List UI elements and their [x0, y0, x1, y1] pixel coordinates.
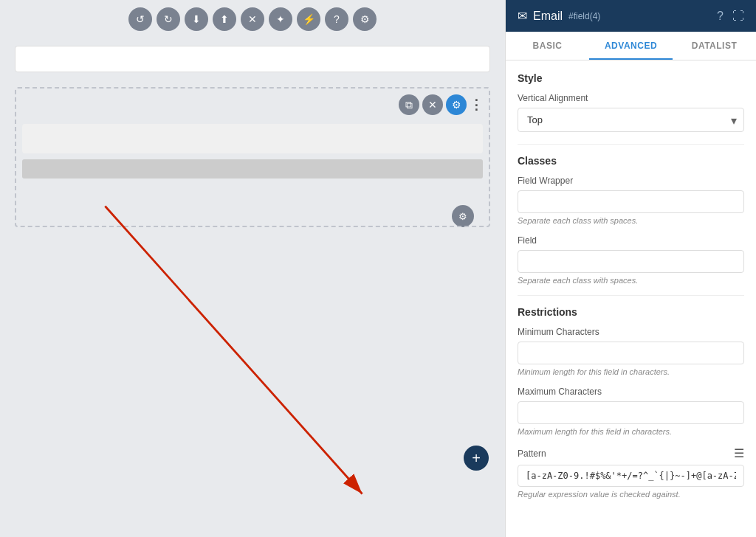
toolbar: ↺ ↻ ⬇ ⬆ ✕ ✦ ⚡ ? ⚙	[0, 0, 505, 38]
redo-button[interactable]: ↻	[157, 7, 180, 31]
remove-field-button[interactable]: ✕	[422, 94, 443, 115]
field-config-button[interactable]: ⚙	[446, 94, 467, 115]
download-button[interactable]: ⬇	[185, 7, 208, 31]
email-input-preview	[22, 124, 483, 153]
min-chars-input[interactable]	[518, 342, 744, 364]
properties-panel: ✉ Email #field(4) ? ⛶ BASIC ADVANCED DAT…	[505, 0, 756, 537]
tab-datalist[interactable]: DATALIST	[673, 32, 756, 60]
field-class-input[interactable]	[518, 250, 744, 273]
svg-line-1	[105, 207, 362, 494]
email-icon: ✉	[518, 9, 527, 23]
canvas-area: ⚙ ⧉ ✕ ⚙ ⋮ +	[0, 38, 505, 537]
vertical-alignment-select[interactable]: Top Middle Bottom	[518, 108, 744, 132]
section-divider-2	[518, 295, 744, 296]
panel-tabs: BASIC ADVANCED DATALIST	[506, 32, 756, 60]
lightning-button[interactable]: ⚡	[297, 7, 320, 31]
panel-header-left: ✉ Email #field(4)	[518, 9, 600, 23]
panel-help-icon[interactable]: ?	[717, 10, 724, 23]
top-form-field	[15, 46, 490, 72]
field-class-hint: Separate each class with spaces.	[518, 276, 744, 285]
tab-advanced[interactable]: ADVANCED	[589, 32, 673, 60]
min-chars-hint: Minimum length for this field in charact…	[518, 367, 744, 376]
copy-field-button[interactable]: ⧉	[399, 94, 419, 115]
field-badge: #field(4)	[568, 11, 600, 21]
panel-expand-icon[interactable]: ⛶	[732, 10, 744, 23]
upload-button[interactable]: ⬆	[213, 7, 236, 31]
pattern-menu-icon[interactable]: ☰	[734, 446, 744, 460]
canvas-panel: ↺ ↻ ⬇ ⬆ ✕ ✦ ⚡ ? ⚙ ⚙ ⧉ ✕ ⚙ ⋮ +	[0, 0, 505, 537]
max-chars-hint: Maximum length for this field in charact…	[518, 427, 744, 436]
vertical-alignment-wrapper: Top Middle Bottom ▾	[518, 108, 744, 132]
style-section-title: Style	[518, 72, 744, 84]
more-options-button[interactable]: ⋮	[470, 97, 483, 113]
add-element-button[interactable]: +	[464, 446, 489, 471]
max-chars-input[interactable]	[518, 401, 744, 424]
component-button[interactable]: ✦	[269, 7, 292, 31]
field-wrapper-label: Field Wrapper	[518, 176, 744, 186]
restrictions-section-title: Restrictions	[518, 306, 744, 318]
classes-section-title: Classes	[518, 155, 744, 167]
pattern-row: Pattern ☰	[518, 446, 744, 460]
undo-button[interactable]: ↺	[128, 7, 152, 31]
min-chars-label: Minimum Characters	[518, 327, 744, 337]
pattern-label: Pattern	[518, 448, 546, 459]
settings-button[interactable]: ✕	[241, 7, 264, 31]
panel-header: ✉ Email #field(4) ? ⛶	[506, 0, 756, 32]
pattern-hint: Regular expression value is checked agai…	[518, 490, 744, 499]
panel-title: Email	[533, 10, 563, 23]
pattern-input[interactable]	[518, 465, 744, 487]
email-field-bar	[22, 159, 483, 179]
field-actions: ⧉ ✕ ⚙ ⋮	[399, 94, 483, 115]
panel-header-right: ? ⛶	[717, 10, 744, 23]
help-button[interactable]: ?	[325, 7, 348, 31]
panel-content: Style Vertical Alignment Top Middle Bott…	[506, 60, 756, 537]
max-chars-label: Maximum Characters	[518, 387, 744, 397]
vertical-alignment-label: Vertical Alignment	[518, 93, 744, 103]
section-divider-1	[518, 144, 744, 145]
email-field-container: ⧉ ✕ ⚙ ⋮	[15, 87, 490, 227]
field-wrapper-input[interactable]	[518, 190, 744, 213]
tab-basic[interactable]: BASIC	[506, 32, 589, 60]
field-wrapper-hint: Separate each class with spaces.	[518, 216, 744, 225]
gear-button[interactable]: ⚙	[353, 7, 377, 31]
field-class-label: Field	[518, 235, 744, 246]
